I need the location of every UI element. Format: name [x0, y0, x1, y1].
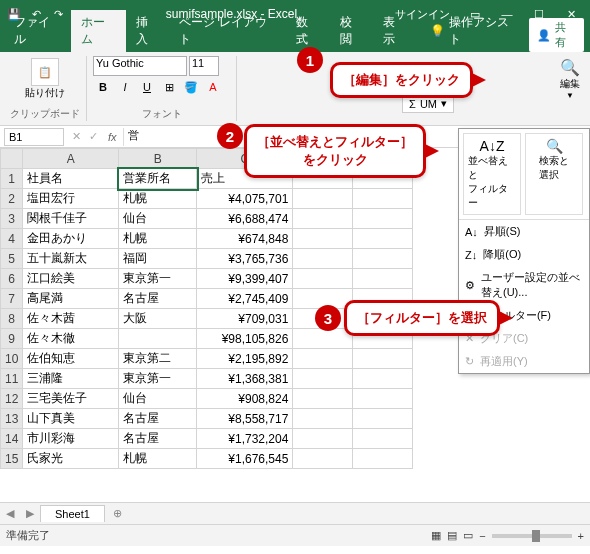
row-header[interactable]: 15 — [1, 449, 23, 469]
row-header[interactable]: 10 — [1, 349, 23, 369]
cell[interactable]: 江口絵美 — [23, 269, 119, 289]
row-header[interactable]: 9 — [1, 329, 23, 349]
cell[interactable]: 五十嵐新太 — [23, 249, 119, 269]
cell[interactable]: 名古屋 — [119, 429, 197, 449]
italic-button[interactable]: I — [115, 78, 135, 96]
cell[interactable]: 金田あかり — [23, 229, 119, 249]
cell[interactable]: ¥2,195,892 — [197, 349, 293, 369]
cell[interactable]: ¥1,676,545 — [197, 449, 293, 469]
cell[interactable]: ¥2,745,409 — [197, 289, 293, 309]
row-header[interactable]: 1 — [1, 169, 23, 189]
cell[interactable]: 名古屋 — [119, 289, 197, 309]
sort-asc-item[interactable]: A↓昇順(S) — [459, 220, 589, 243]
cell[interactable]: 大阪 — [119, 309, 197, 329]
cell[interactable]: ¥4,075,701 — [197, 189, 293, 209]
sort-custom-item[interactable]: ⚙ユーザー設定の並べ替え(U)... — [459, 266, 589, 304]
cell[interactable]: ¥98,105,826 — [197, 329, 293, 349]
cell[interactable]: 営業所名 — [119, 169, 197, 189]
row-header[interactable]: 14 — [1, 429, 23, 449]
cell[interactable]: ¥6,688,474 — [197, 209, 293, 229]
zoom-out[interactable]: − — [479, 530, 485, 542]
cell[interactable]: 仙台 — [119, 209, 197, 229]
cancel-icon[interactable]: ✕ — [68, 130, 85, 143]
font-size-select[interactable]: 11 — [189, 56, 219, 76]
cell[interactable]: ¥908,824 — [197, 389, 293, 409]
row-header[interactable]: 5 — [1, 249, 23, 269]
cell[interactable]: 札幌 — [119, 189, 197, 209]
row-header[interactable]: 8 — [1, 309, 23, 329]
fill-color-button[interactable]: 🪣 — [181, 78, 201, 96]
bold-button[interactable]: B — [93, 78, 113, 96]
cell[interactable]: 東京第二 — [119, 349, 197, 369]
cell[interactable]: 山下真美 — [23, 409, 119, 429]
new-sheet-button[interactable]: ⊕ — [105, 507, 130, 520]
tab-file[interactable]: ファイル — [4, 10, 71, 52]
cell[interactable]: 社員名 — [23, 169, 119, 189]
sheet-nav-next[interactable]: ▶ — [20, 507, 40, 520]
cell[interactable]: 札幌 — [119, 449, 197, 469]
row-header[interactable]: 2 — [1, 189, 23, 209]
cell[interactable]: 三宅美佐子 — [23, 389, 119, 409]
cell[interactable]: ¥1,368,381 — [197, 369, 293, 389]
cell[interactable] — [119, 329, 197, 349]
tab-home[interactable]: ホーム — [71, 10, 126, 52]
view-break-icon[interactable]: ▭ — [463, 529, 473, 542]
zoom-slider[interactable] — [492, 534, 572, 538]
col-header[interactable]: B — [119, 149, 197, 169]
cell[interactable]: ¥1,732,204 — [197, 429, 293, 449]
tab-layout[interactable]: ページ レイアウト — [169, 10, 286, 52]
view-normal-icon[interactable]: ▦ — [431, 529, 441, 542]
underline-button[interactable]: U — [137, 78, 157, 96]
tell-me[interactable]: 💡 操作アシスト — [420, 10, 529, 52]
tab-formula[interactable]: 数式 — [286, 10, 329, 52]
cell[interactable]: 塩田宏行 — [23, 189, 119, 209]
share-button[interactable]: 👤 共有 — [529, 18, 584, 52]
row-header[interactable]: 6 — [1, 269, 23, 289]
tab-review[interactable]: 校閲 — [330, 10, 373, 52]
row-header[interactable]: 11 — [1, 369, 23, 389]
fx-icon[interactable]: fx — [102, 131, 123, 143]
cell[interactable]: 三浦隆 — [23, 369, 119, 389]
cell[interactable]: 高尾満 — [23, 289, 119, 309]
sheet-nav-prev[interactable]: ◀ — [0, 507, 20, 520]
row-header[interactable]: 13 — [1, 409, 23, 429]
cell[interactable]: ¥3,765,736 — [197, 249, 293, 269]
cell[interactable]: 関根千佳子 — [23, 209, 119, 229]
zoom-in[interactable]: + — [578, 530, 584, 542]
row-header[interactable]: 12 — [1, 389, 23, 409]
cell[interactable]: 佐々木茜 — [23, 309, 119, 329]
cell[interactable]: ¥709,031 — [197, 309, 293, 329]
view-layout-icon[interactable]: ▤ — [447, 529, 457, 542]
border-button[interactable]: ⊞ — [159, 78, 179, 96]
font-color-button[interactable]: A — [203, 78, 223, 96]
select-all[interactable] — [1, 149, 23, 169]
cell[interactable]: 東京第一 — [119, 269, 197, 289]
cell[interactable]: 佐伯知恵 — [23, 349, 119, 369]
cell[interactable]: ¥674,848 — [197, 229, 293, 249]
row-header[interactable]: 4 — [1, 229, 23, 249]
tab-view[interactable]: 表示 — [373, 10, 416, 52]
sort-filter-button[interactable]: A↓Z並べ替えと フィルター — [463, 133, 521, 215]
enter-icon[interactable]: ✓ — [85, 130, 102, 143]
row-header[interactable]: 3 — [1, 209, 23, 229]
cell[interactable]: 佐々木徹 — [23, 329, 119, 349]
col-header[interactable]: A — [23, 149, 119, 169]
sort-desc-item[interactable]: Z↓降順(O) — [459, 243, 589, 266]
cell[interactable]: 東京第一 — [119, 369, 197, 389]
name-box[interactable]: B1 — [4, 128, 64, 146]
find-select-button[interactable]: 🔍検索と 選択 — [525, 133, 583, 215]
cell[interactable]: ¥8,558,717 — [197, 409, 293, 429]
cell[interactable]: 市川彩海 — [23, 429, 119, 449]
font-name-select[interactable]: Yu Gothic — [93, 56, 187, 76]
cell[interactable]: 仙台 — [119, 389, 197, 409]
cell[interactable]: 札幌 — [119, 229, 197, 249]
edit-group-button[interactable]: 🔍 編集 ▼ — [554, 56, 586, 102]
cell[interactable]: 名古屋 — [119, 409, 197, 429]
cell[interactable]: 福岡 — [119, 249, 197, 269]
tab-insert[interactable]: 挿入 — [126, 10, 169, 52]
row-header[interactable]: 7 — [1, 289, 23, 309]
paste-button[interactable]: 📋 貼り付け — [10, 56, 80, 100]
cell[interactable]: ¥9,399,407 — [197, 269, 293, 289]
sheet-tab[interactable]: Sheet1 — [40, 505, 105, 522]
cell[interactable]: 氏家光 — [23, 449, 119, 469]
